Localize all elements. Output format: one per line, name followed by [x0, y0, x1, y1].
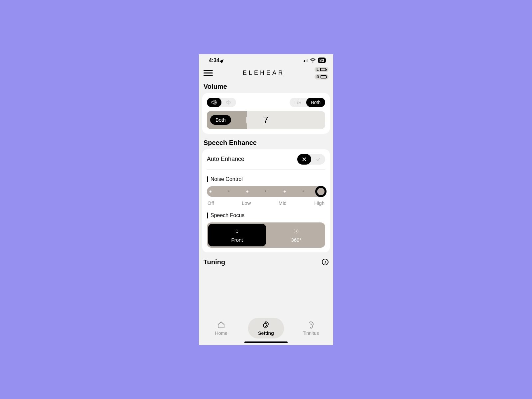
front-focus-icon [233, 227, 241, 235]
brand-logo: ELEHEAR [243, 69, 285, 76]
tuning-title: Tuning [203, 258, 225, 266]
speech-focus-front[interactable]: Front [208, 224, 266, 246]
svg-point-4 [238, 231, 238, 231]
auto-enhance-off[interactable] [297, 154, 311, 165]
device-battery-indicators: L R [315, 67, 329, 79]
info-icon[interactable]: i [322, 259, 329, 265]
noise-control-label: Noise Control [207, 176, 325, 182]
signal-icon [303, 59, 308, 62]
status-time: 4:34 [209, 58, 219, 64]
volume-title: Volume [199, 81, 333, 93]
ear-icon [307, 321, 315, 329]
tuning-section: Tuning i [199, 256, 333, 267]
location-icon [220, 58, 225, 63]
battery-icon: 83 [318, 58, 326, 63]
wifi-icon [310, 58, 316, 63]
svg-point-16 [295, 232, 295, 233]
hearing-aid-icon [262, 321, 270, 329]
nav-tinnitus[interactable]: Tinnitus [293, 321, 329, 336]
svg-point-15 [298, 229, 298, 230]
svg-point-2 [237, 229, 237, 229]
svg-point-12 [294, 231, 294, 231]
lr-both-toggle[interactable]: L/R Both [290, 98, 325, 107]
speech-enhance-card: Auto Enhance Noise Control Off Low [202, 149, 330, 252]
speech-focus-label: Speech Focus [207, 212, 325, 218]
volume-card: L/R Both Both | 7 [202, 93, 330, 134]
svg-point-17 [298, 232, 298, 233]
svg-point-11 [296, 233, 296, 233]
speech-focus-360[interactable]: 360° [267, 222, 325, 248]
svg-point-18 [263, 323, 266, 327]
bottom-nav: Home Setting Tinnitus [199, 315, 333, 345]
noise-control-slider[interactable] [207, 186, 325, 197]
speech-focus-toggle[interactable]: Front 360° [207, 222, 325, 248]
svg-point-9 [296, 230, 297, 232]
auto-enhance-on[interactable] [311, 154, 325, 165]
left-device-battery: L [315, 67, 329, 72]
svg-point-3 [236, 231, 236, 231]
svg-point-6 [239, 230, 239, 230]
volume-mute-icon[interactable] [221, 98, 236, 107]
home-indicator[interactable] [244, 341, 288, 343]
slider-thumb[interactable] [315, 186, 327, 197]
svg-point-8 [238, 229, 238, 230]
volume-on-icon[interactable] [207, 98, 221, 107]
noise-control-scale: Off Low Mid High [207, 200, 325, 206]
app-header: ELEHEAR L R [199, 65, 333, 81]
svg-point-13 [298, 231, 299, 231]
svg-point-5 [235, 230, 235, 230]
speech-enhance-title: Speech Enhance [199, 138, 333, 149]
right-device-battery: R [315, 74, 329, 79]
svg-point-0 [236, 232, 237, 233]
nav-setting[interactable]: Setting [248, 318, 284, 338]
auto-enhance-label: Auto Enhance [207, 156, 244, 163]
auto-enhance-toggle[interactable] [297, 154, 325, 165]
nav-home[interactable]: Home [203, 321, 239, 336]
volume-value: 7 [207, 115, 325, 125]
svg-point-10 [296, 229, 296, 229]
status-bar: 4:34 83 [199, 54, 333, 65]
volume-slider[interactable]: Both | 7 [207, 111, 325, 129]
lr-option[interactable]: L/R [290, 98, 306, 107]
svg-point-14 [295, 229, 295, 230]
mute-toggle[interactable] [207, 98, 236, 107]
svg-point-7 [236, 229, 236, 230]
app-screen: 4:34 83 ELEHEAR L R Volume [199, 54, 333, 345]
home-icon [217, 321, 225, 329]
menu-icon[interactable] [203, 70, 213, 76]
svg-point-1 [237, 230, 237, 231]
both-option[interactable]: Both [306, 98, 325, 107]
surround-focus-icon [292, 227, 300, 235]
